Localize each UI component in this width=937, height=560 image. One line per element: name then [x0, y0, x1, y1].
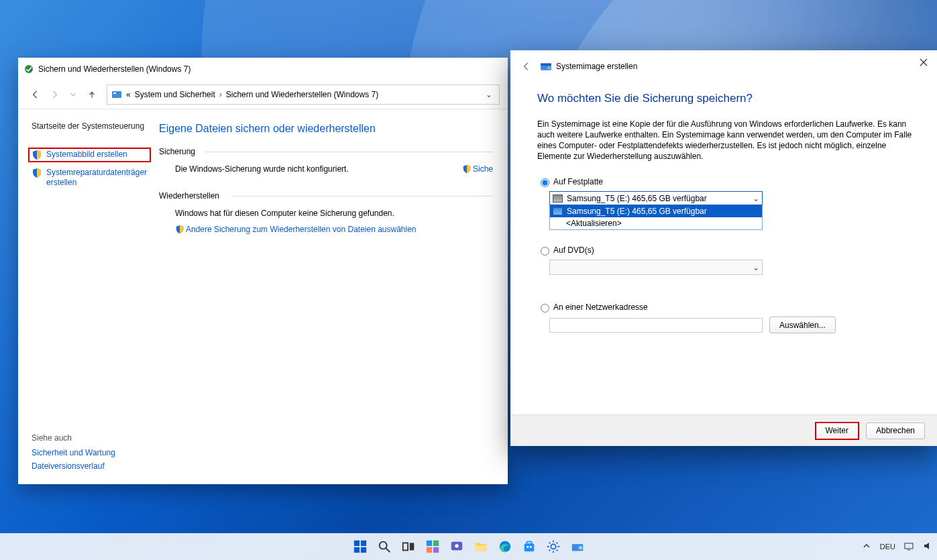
option-network-radio[interactable] — [541, 304, 549, 313]
choose-other-backup-link[interactable]: Andere Sicherung zum Wiederherstellen vo… — [175, 225, 417, 234]
system-tray: DEU — [861, 541, 933, 553]
breadcrumb-segment-2[interactable]: Sichern und Wiederherstellen (Windows 7) — [226, 90, 378, 99]
system-image-icon — [540, 60, 552, 72]
page-heading: Eigene Dateien sichern oder wiederherste… — [159, 123, 493, 135]
backup-app-button[interactable] — [569, 538, 586, 555]
svg-point-27 — [578, 546, 582, 550]
restore-status-text: Windows hat für diesen Computer keine Si… — [175, 209, 493, 218]
svg-rect-1 — [112, 91, 121, 98]
wizard-description: Ein Systemimage ist eine Kopie der für d… — [537, 119, 913, 162]
option-dvd-label: Auf DVD(s) — [553, 245, 594, 255]
option-harddisk[interactable]: Auf Festplatte — [537, 176, 913, 187]
setup-backup-label: Siche — [473, 164, 493, 174]
control-panel-window: Sichern und Wiederherstellen (Windows 7)… — [18, 58, 508, 484]
svg-point-5 — [547, 66, 551, 70]
combo-item-drive[interactable]: Samsung_T5 (E:) 465,65 GB verfügbar — [550, 205, 762, 217]
shield-icon — [32, 168, 42, 178]
sidebar-create-repair-label: Systemreparaturdatenträger erstellen — [46, 168, 147, 188]
taskbar: DEU — [0, 533, 937, 560]
see-also-link-2[interactable]: Dateiversionsverlauf — [32, 461, 166, 471]
svg-rect-15 — [426, 547, 431, 553]
address-bar[interactable]: « System und Sicherheit › Sichern und Wi… — [107, 85, 500, 105]
edge-button[interactable] — [496, 538, 514, 555]
svg-rect-4 — [541, 64, 551, 66]
cancel-button-label: Abbrechen — [876, 426, 915, 435]
svg-point-0 — [25, 65, 33, 73]
see-also-section: Siehe auch Sicherheit und Wartung Dateiv… — [32, 433, 166, 475]
svg-rect-6 — [353, 541, 359, 546]
breadcrumb-segment-1[interactable]: System und Sicherheit — [135, 90, 215, 99]
svg-rect-8 — [353, 547, 359, 553]
backup-icon — [23, 64, 34, 74]
next-button[interactable]: Weiter — [815, 422, 859, 440]
group-restore-label: Wiederherstellen — [159, 191, 493, 201]
option-harddisk-radio[interactable] — [541, 178, 549, 187]
explorer-button[interactable] — [472, 538, 490, 555]
language-indicator[interactable]: DEU — [880, 543, 895, 551]
harddisk-combo-list: Samsung_T5 (E:) 465,65 GB verfügbar <Akt… — [549, 205, 763, 230]
option-network[interactable]: An einer Netzwerkadresse — [537, 302, 913, 313]
widgets-button[interactable] — [424, 538, 441, 555]
svg-rect-7 — [360, 541, 366, 546]
option-network-label: An einer Netzwerkadresse — [553, 302, 648, 312]
sidebar-home-link[interactable]: Startseite der Systemsteuerung — [32, 121, 151, 131]
wizard-title: Systemimage erstellen — [556, 62, 637, 71]
nav-back-button[interactable] — [26, 85, 45, 104]
wizard-back-button[interactable] — [520, 60, 533, 73]
nav-forward-button[interactable] — [45, 85, 64, 104]
see-also-link-1[interactable]: Sicherheit und Wartung — [32, 448, 166, 457]
cancel-button[interactable]: Abbrechen — [866, 423, 925, 439]
start-button[interactable] — [351, 538, 369, 555]
tray-network-icon[interactable] — [903, 541, 914, 553]
drive-icon — [553, 194, 563, 203]
task-view-button[interactable] — [400, 538, 417, 555]
settings-button[interactable] — [545, 538, 562, 555]
tray-volume-icon[interactable] — [922, 541, 933, 553]
tray-overflow-button[interactable] — [861, 541, 872, 553]
svg-point-25 — [551, 544, 555, 549]
wizard-header: Systemimage erstellen — [510, 50, 937, 76]
shield-icon — [175, 225, 184, 234]
search-button[interactable] — [376, 538, 393, 555]
teams-button[interactable] — [448, 538, 465, 555]
combo-item-refresh[interactable]: <Aktualisieren> — [550, 217, 762, 229]
browse-button[interactable]: Auswählen... — [769, 317, 836, 333]
control-panel-icon — [111, 89, 122, 100]
group-backup-label: Sicherung — [159, 147, 493, 156]
close-button[interactable] — [914, 54, 933, 70]
svg-rect-19 — [475, 545, 486, 551]
svg-rect-28 — [905, 543, 913, 549]
option-dvd-radio[interactable] — [541, 247, 549, 256]
choose-other-backup-label: Andere Sicherung zum Wiederherstellen vo… — [186, 225, 417, 234]
store-button[interactable] — [520, 538, 538, 555]
option-dvd[interactable]: Auf DVD(s) — [537, 245, 913, 256]
nav-recent-button[interactable] — [64, 85, 82, 104]
browse-button-label: Auswählen... — [779, 321, 826, 330]
nav-toolbar: « System und Sicherheit › Sichern und Wi… — [18, 80, 508, 109]
window-titlebar[interactable]: Sichern und Wiederherstellen (Windows 7) — [18, 58, 508, 80]
dvd-combo[interactable]: ⌄ — [549, 260, 763, 275]
svg-point-10 — [379, 542, 386, 549]
svg-rect-12 — [409, 543, 413, 551]
backup-status-text: Die Windows-Sicherung wurde nicht konfig… — [175, 164, 349, 174]
nav-up-button[interactable] — [82, 85, 101, 104]
address-dropdown-icon[interactable]: ⌄ — [483, 90, 495, 99]
breadcrumb-prefix: « — [126, 90, 131, 99]
wizard-heading: Wo möchten Sie die Sicherung speichern? — [537, 92, 913, 105]
setup-backup-link[interactable]: Siche — [462, 164, 493, 174]
sidebar-create-image-link[interactable]: Systemabbild erstellen — [28, 148, 151, 162]
option-harddisk-label: Auf Festplatte — [553, 177, 603, 186]
breadcrumb-chevron-icon[interactable]: › — [219, 90, 222, 99]
network-path-input[interactable] — [549, 318, 763, 333]
svg-rect-22 — [527, 542, 531, 545]
drive-icon — [553, 207, 563, 215]
sidebar-create-repair-link[interactable]: Systemreparaturdatenträger erstellen — [32, 168, 146, 188]
main-content: Eigene Dateien sichern oder wiederherste… — [159, 109, 508, 485]
svg-rect-24 — [529, 546, 531, 548]
shield-icon — [32, 150, 42, 160]
create-system-image-wizard: Systemimage erstellen Wo möchten Sie die… — [510, 50, 937, 446]
harddisk-combo[interactable]: Samsung_T5 (E:) 465,65 GB verfügbar ⌄ — [549, 191, 763, 205]
taskbar-center — [351, 538, 586, 555]
chevron-down-icon: ⌄ — [753, 194, 759, 203]
sidebar-create-image-label: Systemabbild erstellen — [46, 150, 127, 160]
